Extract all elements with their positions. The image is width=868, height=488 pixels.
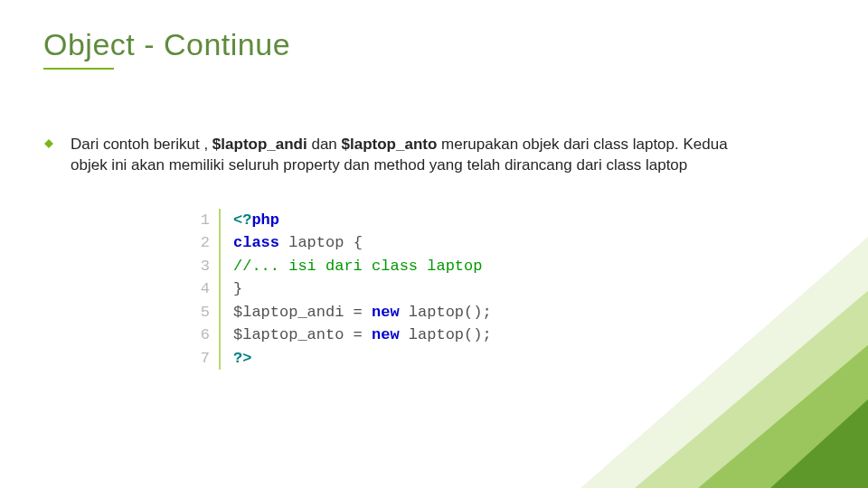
line-number: 1: [197, 209, 210, 232]
bold-var-1: $laptop_andi: [212, 136, 307, 153]
bold-var-2: $laptop_anto: [342, 136, 438, 153]
class-name: laptop: [279, 234, 354, 251]
code-line: class laptop {: [233, 231, 492, 255]
code-line: }: [233, 277, 492, 301]
code-block: 1 2 3 4 5 6 7 <?php class laptop { //...…: [197, 209, 825, 371]
brace: {: [354, 234, 363, 251]
line-number: 6: [197, 324, 210, 347]
line-number: 4: [197, 277, 210, 301]
variable: $laptop_anto: [233, 326, 344, 343]
new-keyword: new: [372, 326, 400, 343]
brace: }: [233, 280, 242, 297]
code-line: //... isi dari class laptop: [233, 255, 492, 278]
class-keyword: class: [233, 234, 279, 251]
new-keyword: new: [372, 304, 400, 321]
bullet-diamond-icon: [43, 138, 54, 149]
php-open-tag: <?: [233, 211, 251, 229]
equals: =: [344, 326, 372, 343]
code-line: <?php: [233, 209, 492, 232]
equals: =: [344, 304, 372, 321]
code-line: $laptop_andi = new laptop();: [233, 301, 492, 324]
line-number: 5: [197, 301, 210, 324]
slide: Object - Continue Dari contoh berikut , …: [0, 0, 868, 488]
constructor-call: laptop();: [400, 304, 492, 321]
slide-title: Object - Continue: [43, 27, 825, 62]
text-part: Dari contoh berikut ,: [71, 136, 212, 153]
comment: //... isi dari class laptop: [233, 258, 482, 275]
title-underline: [43, 68, 114, 70]
code-content: <?php class laptop { //... isi dari clas…: [233, 209, 492, 371]
code-gutter: 1 2 3 4 5 6 7: [197, 209, 221, 371]
code-line: ?>: [233, 347, 492, 371]
bullet-text: Dari contoh berikut , $laptop_andi dan $…: [71, 135, 731, 176]
php-close-tag: ?>: [233, 350, 251, 367]
line-number: 2: [197, 231, 210, 255]
svg-marker-4: [769, 399, 868, 488]
svg-rect-0: [44, 139, 53, 148]
text-part: dan: [307, 136, 342, 153]
variable: $laptop_andi: [233, 304, 344, 321]
line-number: 3: [197, 255, 210, 278]
constructor-call: laptop();: [400, 326, 492, 343]
bullet-item: Dari contoh berikut , $laptop_andi dan $…: [43, 135, 731, 176]
php-keyword: php: [251, 211, 279, 229]
line-number: 7: [197, 347, 210, 371]
code-line: $laptop_anto = new laptop();: [233, 324, 492, 347]
